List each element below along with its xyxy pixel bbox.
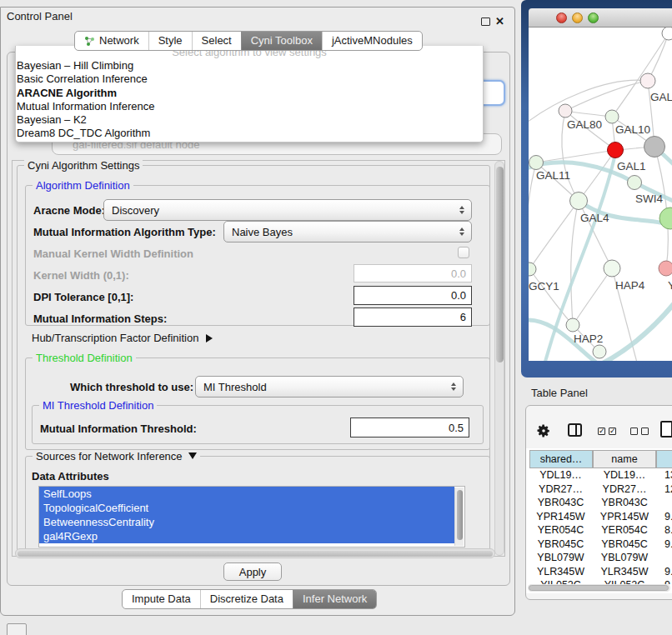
sources-label[interactable]: Sources for Network Inference — [33, 450, 200, 462]
close-traffic-light-icon[interactable] — [556, 12, 567, 23]
network-view[interactable]: GALGAL80GAL10GAL1GAL11SWI4GAL4GCY1HAP4YH… — [529, 28, 672, 361]
table-row[interactable]: YLR345WYLR345W9. — [526, 565, 672, 579]
deselect-all-checkbox-icon[interactable] — [641, 428, 649, 435]
table-row[interactable]: YPR145WYPR145W9. — [526, 510, 672, 524]
table-cell: YDR27… — [529, 482, 592, 497]
table-row[interactable]: YDL19…YDL19…13 — [526, 468, 672, 482]
algorithm-option[interactable]: ARACNE Algorithm — [16, 87, 483, 100]
network-icon — [84, 36, 95, 47]
control-panel-titlebar[interactable]: Control Panel ✕ — [0, 7, 515, 28]
collapse-down-icon[interactable] — [188, 452, 197, 459]
network-node[interactable] — [608, 142, 624, 158]
algorithm-option[interactable]: Basic Correlation Inference — [16, 72, 483, 86]
column-header[interactable] — [656, 450, 672, 468]
network-edge[interactable] — [536, 150, 615, 162]
network-node[interactable] — [529, 156, 544, 170]
network-node[interactable] — [628, 176, 642, 190]
tab-discretize-data[interactable]: Discretize Data — [200, 590, 293, 608]
network-node[interactable] — [644, 137, 665, 158]
network-edge[interactable] — [573, 268, 612, 325]
data-attribute-item[interactable]: SelfLoops — [39, 487, 454, 501]
column-header[interactable]: name — [593, 450, 656, 468]
network-window-titlebar[interactable] — [529, 8, 672, 28]
table-row[interactable]: YDR27…YDR27…12 — [526, 482, 672, 497]
network-node[interactable] — [570, 192, 588, 210]
mi-type-combo[interactable]: Naive Bayes — [223, 221, 472, 242]
table-row[interactable]: YIL052CYIL052C9. — [526, 578, 672, 584]
network-node[interactable] — [559, 104, 572, 118]
which-threshold-combo[interactable]: MI Threshold — [195, 376, 464, 398]
mi-steps-field[interactable]: 6 — [354, 308, 472, 327]
network-node[interactable] — [659, 208, 672, 229]
gear-icon[interactable] — [536, 423, 551, 438]
select-all-checkbox-icon[interactable]: ✓ — [598, 428, 605, 435]
tab-infer-network[interactable]: Infer Network — [293, 590, 376, 608]
network-node[interactable] — [529, 262, 536, 276]
data-attribute-item[interactable]: BetweennessCentrality — [39, 515, 454, 529]
algorithm-option[interactable]: Bayesian – K2 — [16, 113, 483, 127]
table-row[interactable]: YER054CYER054C8. — [526, 523, 672, 538]
settings-scrollbar-thumb[interactable] — [496, 167, 504, 362]
close-icon[interactable]: ✕ — [495, 15, 504, 28]
network-edge[interactable] — [654, 147, 668, 268]
network-edge[interactable] — [565, 81, 648, 111]
network-node[interactable] — [566, 318, 579, 332]
apply-button[interactable]: Apply — [223, 562, 282, 581]
zoom-traffic-light-icon[interactable] — [588, 12, 599, 23]
network-node[interactable] — [605, 110, 619, 123]
network-edge[interactable] — [571, 201, 579, 325]
kernel-width-field[interactable]: 0.0 — [354, 264, 472, 282]
tab-jactivemnodules[interactable]: jActiveMNodules — [322, 32, 422, 50]
table-row[interactable]: YBR045CYBR045C9. — [526, 538, 672, 552]
table-cell: YDL19… — [529, 468, 592, 482]
combo-arrows-icon — [451, 382, 456, 391]
table-hscrollbar-thumb[interactable] — [529, 585, 669, 591]
network-node[interactable] — [640, 73, 655, 88]
float-window-icon[interactable] — [481, 18, 490, 26]
data-attribute-item[interactable]: gal4RGexp — [39, 529, 454, 543]
network-node[interactable] — [662, 28, 672, 40]
table-hscrollbar-track[interactable] — [528, 584, 670, 592]
settings-hscrollbar-thumb[interactable] — [18, 551, 493, 557]
table-cell: 9. — [664, 510, 672, 524]
table-row[interactable]: YBL079WYBL079W — [526, 551, 672, 565]
attributes-scrollbar-track[interactable] — [454, 488, 464, 546]
tab-label: Select — [202, 32, 232, 50]
expand-right-icon[interactable] — [206, 334, 213, 342]
column-view-icon[interactable] — [568, 423, 582, 437]
screen: Control Panel ✕ NetworkStyleSelectCyni T… — [0, 0, 672, 635]
algorithm-option[interactable]: Bayesian – Hill Climbing — [16, 59, 483, 72]
algorithm-option[interactable]: Dream8 DC_TDC Algorithm — [16, 127, 483, 140]
network-node[interactable] — [593, 345, 606, 358]
column-header[interactable]: shared… — [529, 450, 593, 468]
network-node[interactable] — [604, 260, 620, 277]
network-edge[interactable] — [599, 296, 672, 361]
data-attributes-list[interactable]: SelfLoopsTopologicalCoefficientBetweenne… — [38, 486, 465, 548]
manual-kernel-checkbox[interactable] — [458, 247, 469, 258]
aracne-mode-combo[interactable]: Discovery — [103, 199, 472, 221]
deselect-all-checkbox-icon[interactable] — [630, 428, 638, 435]
node-label: HAP2 — [574, 332, 603, 345]
network-node[interactable] — [659, 261, 672, 276]
select-all-checkbox-icon[interactable]: ✓ — [609, 428, 616, 435]
tab-network[interactable]: Network — [75, 32, 148, 50]
settings-hscrollbar-track[interactable] — [15, 548, 495, 558]
network-edge[interactable] — [529, 162, 536, 269]
network-edge[interactable] — [612, 33, 669, 117]
table-row[interactable]: YBR043CYBR043C — [526, 496, 672, 510]
algorithm-option[interactable]: Mutual Information Inference — [16, 100, 483, 113]
attributes-scrollbar-thumb[interactable] — [457, 490, 463, 540]
function-builder-icon[interactable] — [660, 421, 672, 438]
node-label: GAL1 — [617, 160, 646, 172]
which-threshold-value: MI Threshold — [203, 381, 267, 393]
tab-style[interactable]: Style — [148, 32, 192, 50]
tab-impute-data[interactable]: Impute Data — [123, 590, 200, 608]
mi-threshold-field[interactable]: 0.5 — [350, 418, 469, 438]
minimize-traffic-light-icon[interactable] — [572, 12, 583, 23]
dpi-tolerance-field[interactable]: 0.0 — [354, 286, 472, 305]
tab-select[interactable]: Select — [192, 32, 241, 50]
hub-definition-toggle[interactable]: Hub/Transcription Factor Definition — [32, 332, 213, 344]
data-attribute-item[interactable]: TopologicalCoefficient — [39, 501, 454, 515]
panel-corner-icon[interactable] — [7, 623, 27, 635]
tab-cyni-toolbox[interactable]: Cyni Toolbox — [241, 32, 322, 50]
